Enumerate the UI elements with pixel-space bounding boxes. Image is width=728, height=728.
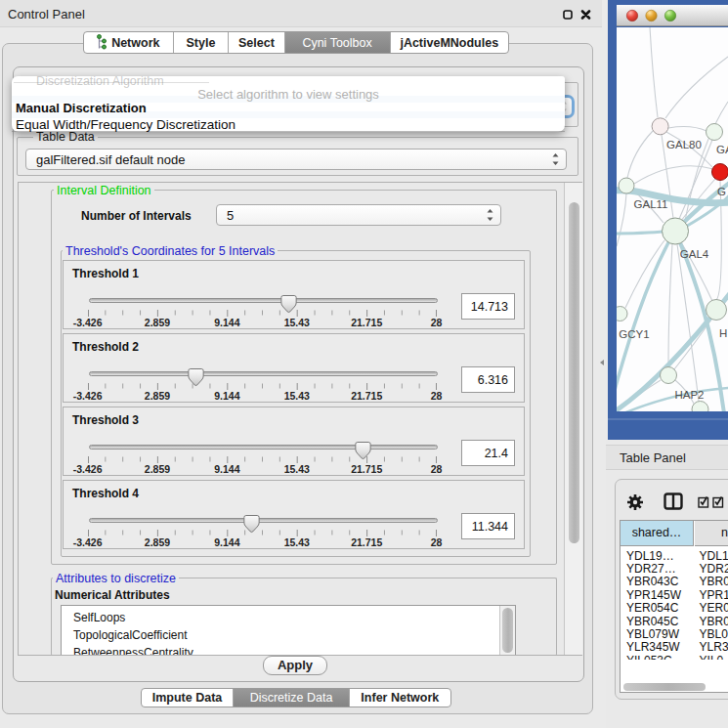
svg-text:GAL: GAL xyxy=(716,144,728,155)
svg-text:GCY1: GCY1 xyxy=(619,328,649,340)
svg-text:HAP2: HAP2 xyxy=(674,389,704,401)
svg-text:GAL80: GAL80 xyxy=(666,139,702,150)
svg-text:H: H xyxy=(719,327,727,339)
svg-text:GAL11: GAL11 xyxy=(634,198,668,210)
svg-text:G: G xyxy=(717,186,726,197)
svg-text:GAL4: GAL4 xyxy=(680,248,709,260)
